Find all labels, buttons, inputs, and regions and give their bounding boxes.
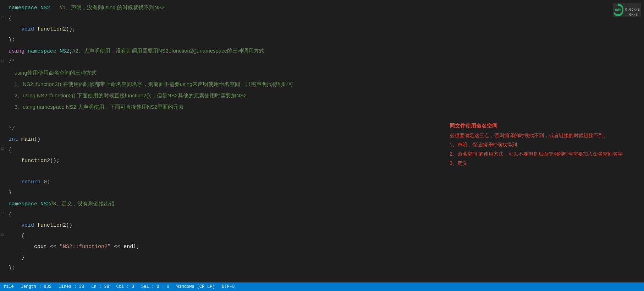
annotation-line-1: 必须要满足这三点，否则编译的时候找不到，或者链接的时候链接不到。: [450, 131, 623, 140]
fold-marker-20[interactable]: □: [1, 211, 4, 215]
gutter-7: [0, 68, 5, 69]
code-line-2: □ {: [0, 14, 644, 24]
line-content-8: 1、NS2::function2();在使用的时候都带上命名空间名字，则前面不需…: [5, 79, 293, 90]
gutter-20: □: [0, 210, 5, 215]
status-lines: lines : 38: [59, 284, 84, 289]
line-content-12: */: [5, 124, 15, 134]
line-content-22: {: [5, 231, 24, 241]
line-content-16: [5, 167, 12, 177]
gutter-15: [0, 156, 5, 157]
gutter-18: [0, 188, 5, 189]
gutter-5: [0, 46, 5, 47]
gutter-16: [0, 167, 5, 168]
code-line-8: 1、NS2::function2();在使用的时候都带上命名空间名字，则前面不需…: [0, 79, 644, 90]
code-line-17: return 0;: [0, 177, 644, 188]
status-bar: file length : 932 lines : 38 Ln : 38 Col…: [0, 282, 644, 291]
gutter-14: □: [0, 145, 5, 151]
annotation-line-3: 2、命名空间 的使用方法，可以不要但是后面使用的时候需要加入命名空间名字: [450, 149, 623, 158]
code-line-19: namespace NS2//3、定义，没有则链接出错: [0, 198, 644, 210]
gutter-12: [0, 124, 5, 125]
line-content-5: using namespace NS2;//2、大声明使用，没有则调用需要用NS…: [5, 46, 264, 56]
code-line-6: □ /*: [0, 57, 644, 68]
annotation-title: 同文件使用命名空间: [450, 121, 623, 131]
gutter-1: [0, 2, 5, 4]
line-content-2: {: [5, 14, 12, 24]
line-content-11: [5, 113, 12, 123]
annotation-box: 同文件使用命名空间 必须要满足这三点，否则编译的时候找不到，或者链接的时候链接不…: [450, 121, 623, 168]
gutter-4: [0, 35, 5, 36]
code-line-16: [0, 166, 644, 177]
annotation-line-4: 3、定义: [450, 158, 623, 168]
gutter-2: □: [0, 14, 5, 19]
fold-marker-22[interactable]: □: [1, 232, 4, 237]
status-length: length : 932: [21, 284, 51, 289]
gutter-25: [0, 263, 5, 264]
status-ln: Ln : 38: [91, 284, 109, 289]
line-content-10: 3、using namespace NS2;大声明使用，下面可直接使用NS2里面…: [5, 102, 184, 113]
line-content-9: 2、using NS2::function2();下面使用的时候直接functi…: [5, 91, 247, 101]
line-content-14: {: [5, 145, 12, 155]
line-content-13: int main(): [5, 135, 40, 145]
code-line-24: }: [0, 252, 644, 263]
code-line-1: namespace NS2 //1、声明，没有则using 的时候就找不到NS2: [0, 2, 644, 14]
line-content-23: cout << "NS2::function2" << endl;: [5, 242, 139, 252]
editor-container: 66% ↑ 0.06K/s ↓ 0K/s namespace NS2 //1、声…: [0, 0, 644, 291]
gutter-11: [0, 113, 5, 114]
fold-marker-14[interactable]: □: [1, 146, 4, 151]
annotation-line-2: 1、声明，保证编译时候找得到: [450, 140, 623, 149]
gutter-24: [0, 253, 5, 254]
code-area[interactable]: 66% ↑ 0.06K/s ↓ 0K/s namespace NS2 //1、声…: [0, 0, 644, 282]
status-encoding: Windows (CR LF): [176, 284, 215, 289]
line-content-24: }: [5, 253, 24, 263]
gutter-6: □: [0, 57, 5, 63]
gutter-8: [0, 79, 5, 80]
status-col: Col : 3: [116, 284, 134, 289]
gutter-9: [0, 91, 5, 92]
code-line-23: cout << "NS2::function2" << endl;: [0, 242, 644, 252]
line-content-20: {: [5, 210, 12, 220]
line-content-18: }: [5, 188, 12, 198]
gutter-10: [0, 102, 5, 103]
gutter-21: [0, 221, 5, 222]
gutter-19: [0, 199, 5, 200]
code-line-21: void function2(): [0, 220, 644, 231]
code-line-10: 3、using namespace NS2;大声明使用，下面可直接使用NS2里面…: [0, 102, 644, 113]
status-charset: UTF-8: [222, 284, 235, 289]
fold-marker-6[interactable]: □: [1, 58, 4, 63]
line-content-15: function2();: [5, 156, 60, 166]
line-content-17: return 0;: [5, 177, 50, 187]
line-content-3: void function2();: [5, 25, 76, 34]
line-content-1: namespace NS2 //1、声明，没有则using 的时候就找不到NS2: [5, 2, 165, 13]
line-content-6: /*: [5, 57, 15, 67]
code-line-20: □ {: [0, 210, 644, 220]
code-line-4: };: [0, 35, 644, 45]
fold-marker-2[interactable]: □: [1, 15, 4, 19]
gutter-17: [0, 177, 5, 178]
code-line-25: };: [0, 263, 644, 274]
gutter-23: [0, 242, 5, 243]
code-line-7: using使用使用命名空间的三种方式: [0, 68, 644, 79]
gutter-13: [0, 135, 5, 136]
code-line-22: □ {: [0, 231, 644, 242]
gutter-3: [0, 25, 5, 26]
status-file: file: [4, 284, 14, 289]
code-line-18: }: [0, 188, 644, 198]
line-content-21: void function2(): [5, 221, 72, 231]
gutter-22: □: [0, 231, 5, 237]
status-sel: Sel : 0 | 0: [141, 284, 169, 289]
line-content-19: namespace NS2//3、定义，没有则链接出错: [5, 199, 115, 209]
code-line-3: void function2();: [0, 24, 644, 35]
code-line-9: 2、using NS2::function2();下面使用的时候直接functi…: [0, 90, 644, 102]
line-content-25: };: [5, 263, 15, 273]
line-content-4: };: [5, 35, 15, 45]
line-content-7: using使用使用命名空间的三种方式: [5, 68, 97, 79]
code-line-5: using namespace NS2;//2、大声明使用，没有则调用需要用NS…: [0, 45, 644, 57]
